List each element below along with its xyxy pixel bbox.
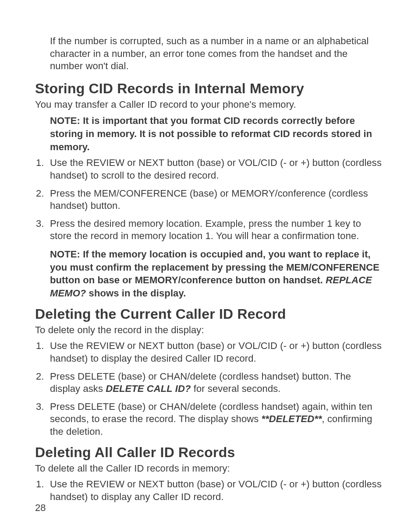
list-item: Press DELETE (base) or CHAN/delete (cord…: [35, 401, 383, 438]
heading-deleting-current: Deleting the Current Caller ID Record: [35, 306, 383, 322]
heading-deleting-all: Deleting All Caller ID Records: [35, 444, 383, 461]
note-block: NOTE: If the memory location is occupied…: [50, 248, 383, 300]
document-page: If the number is corrupted, such as a nu…: [0, 0, 418, 532]
ordered-list: Use the REVIEW or NEXT button (base) or …: [35, 478, 383, 503]
intro-paragraph: If the number is corrupted, such as a nu…: [50, 35, 383, 73]
item-text: Use the REVIEW or NEXT button (base) or …: [50, 340, 382, 364]
note-block: NOTE: It is important that you format CI…: [50, 114, 383, 153]
note-text: shows in the display.: [86, 288, 186, 299]
page-number: 28: [35, 502, 46, 514]
item-emphasis: DELETE CALL ID?: [106, 383, 191, 394]
ordered-list: Use the REVIEW or NEXT button (base) or …: [35, 157, 383, 243]
paragraph: To delete all the Caller ID records in m…: [35, 462, 383, 475]
list-item: Use the REVIEW or NEXT button (base) or …: [35, 157, 383, 182]
paragraph: You may transfer a Caller ID record to y…: [35, 99, 383, 111]
ordered-list: Use the REVIEW or NEXT button (base) or …: [35, 340, 383, 438]
item-emphasis: **DELETED**: [262, 413, 322, 424]
list-item: Press DELETE (base) or CHAN/delete (cord…: [35, 370, 383, 395]
heading-storing-cid: Storing CID Records in Internal Memory: [35, 81, 383, 97]
list-item: Use the REVIEW or NEXT button (base) or …: [35, 340, 383, 365]
list-item: Press the desired memory location. Examp…: [35, 218, 383, 243]
list-item: Press the MEM/CONFERENCE (base) or MEMOR…: [35, 187, 383, 212]
list-item: Use the REVIEW or NEXT button (base) or …: [35, 478, 383, 503]
paragraph: To delete only the record in the display…: [35, 324, 383, 337]
item-text: for several seconds.: [191, 383, 280, 394]
